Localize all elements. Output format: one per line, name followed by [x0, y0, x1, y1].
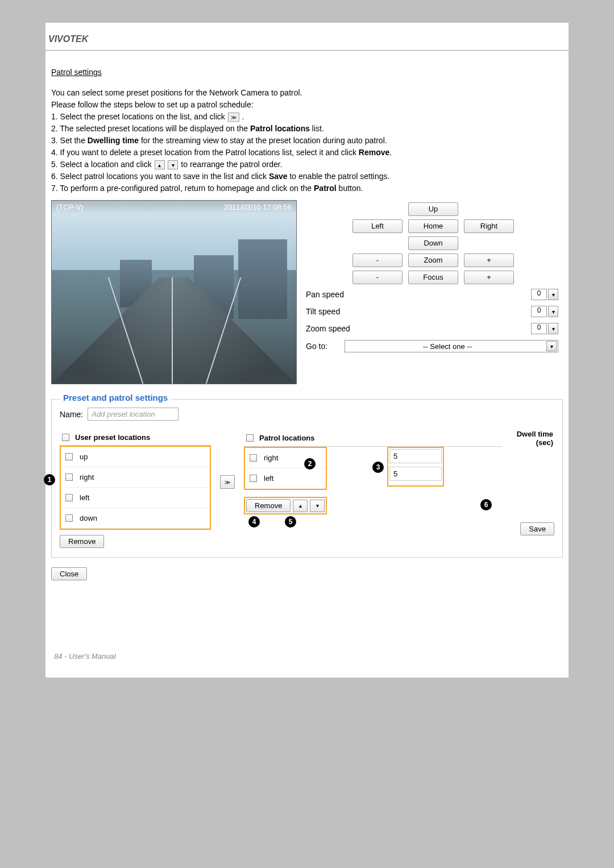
camera-preview: (TCP-V) 2011/03/10 17:08:56 — [51, 200, 297, 384]
step-1: 1. Select the preset locations on the li… — [51, 111, 563, 123]
pan-speed-value[interactable]: 0 — [531, 289, 547, 300]
close-button[interactable]: Close — [51, 567, 87, 580]
tilt-speed-label: Tilt speed — [306, 307, 340, 316]
section-title: Patrol settings — [51, 68, 563, 77]
checkbox[interactable] — [65, 494, 73, 501]
checkbox[interactable] — [65, 474, 73, 481]
name-input[interactable]: Add preset location — [88, 408, 179, 421]
focus-out-button[interactable]: - — [352, 271, 403, 284]
zoom-in-button[interactable]: + — [464, 254, 514, 267]
pan-speed-dropdown[interactable]: ▾ — [548, 289, 558, 300]
move-up-button[interactable] — [293, 500, 308, 512]
name-label: Name: — [60, 410, 83, 419]
user-item-down[interactable]: down — [61, 508, 210, 529]
step-5: 5. Select a location and click to rearra… — [51, 159, 563, 171]
zoom-speed-value[interactable]: 0 — [531, 323, 547, 334]
user-item-right[interactable]: right — [61, 467, 210, 488]
user-item-up[interactable]: up — [61, 447, 210, 467]
callout-2: 2 — [304, 458, 316, 470]
tilt-speed-dropdown[interactable]: ▾ — [548, 306, 558, 317]
home-button[interactable]: Home — [408, 219, 458, 233]
step-7: 7. To perform a pre-configured patrol, r… — [51, 182, 563, 194]
forward-icon — [228, 113, 239, 122]
move-down-button[interactable] — [310, 500, 325, 512]
checkbox[interactable] — [65, 453, 73, 460]
goto-select[interactable]: -- Select one -- ▾ — [345, 340, 558, 352]
stream-timestamp: 2011/03/10 17:08:56 — [224, 203, 292, 211]
down-button[interactable]: Down — [408, 236, 458, 250]
callout-3: 3 — [372, 462, 384, 473]
user-header-checkbox[interactable] — [62, 434, 69, 441]
up-button[interactable]: Up — [408, 202, 458, 216]
arrow-down-icon — [168, 160, 178, 169]
preset-legend: Preset and patrol settings — [60, 393, 171, 402]
transfer-button[interactable] — [220, 475, 235, 489]
user-item-left[interactable]: left — [61, 488, 210, 508]
checkbox[interactable] — [250, 475, 257, 482]
patrol-header-checkbox[interactable] — [246, 434, 254, 442]
step-6: 6. Select patrol locations you want to s… — [51, 171, 563, 182]
goto-dropdown-icon[interactable]: ▾ — [546, 341, 557, 351]
zoom-speed-dropdown[interactable]: ▾ — [548, 323, 558, 334]
step-4: 4. If you want to delete a preset locati… — [51, 147, 563, 159]
callout-5: 5 — [285, 516, 296, 528]
pan-speed-label: Pan speed — [306, 290, 344, 299]
dwell-value-0[interactable]: 5 — [389, 449, 442, 463]
patrol-remove-button[interactable]: Remove — [246, 499, 291, 512]
patrol-item-left[interactable]: left — [245, 468, 326, 489]
user-remove-button[interactable]: Remove — [60, 535, 104, 548]
zoom-out-button[interactable]: - — [352, 254, 403, 267]
preset-patrol-panel: Preset and patrol settings Name: Add pre… — [51, 399, 563, 558]
intro-line-1: You can select some preset positions for… — [51, 87, 563, 99]
goto-label: Go to: — [306, 342, 327, 351]
step-2: 2. The selected preset locations will be… — [51, 123, 563, 135]
left-button[interactable]: Left — [352, 219, 403, 233]
step-3: 3. Set the Dwelling time for the streami… — [51, 135, 563, 147]
callout-6: 6 — [480, 499, 492, 510]
callout-1: 1 — [44, 474, 55, 485]
stream-title: (TCP-V) — [56, 203, 84, 211]
save-button[interactable]: Save — [520, 522, 554, 535]
page-footer: 84 - User's Manual — [51, 578, 563, 678]
right-button[interactable]: Right — [464, 219, 514, 233]
checkbox[interactable] — [65, 514, 73, 522]
focus-label: Focus — [408, 271, 458, 284]
callout-4: 4 — [248, 516, 260, 528]
intro-line-2: Please follow the steps below to set up … — [51, 99, 563, 111]
focus-in-button[interactable]: + — [464, 271, 514, 284]
brand: VIVOTEK — [45, 34, 569, 44]
user-locations-header: User preset locations — [75, 433, 150, 442]
arrow-up-icon — [155, 160, 165, 169]
tilt-speed-value[interactable]: 0 — [531, 306, 547, 317]
zoom-label: Zoom — [408, 254, 458, 267]
checkbox[interactable] — [250, 454, 257, 462]
zoom-speed-label: Zoom speed — [306, 324, 350, 333]
patrol-locations-header: Patrol locations — [259, 434, 315, 442]
dwell-value-1[interactable]: 5 — [389, 467, 442, 481]
dwell-time-header: Dwell time (sec) — [502, 430, 554, 447]
